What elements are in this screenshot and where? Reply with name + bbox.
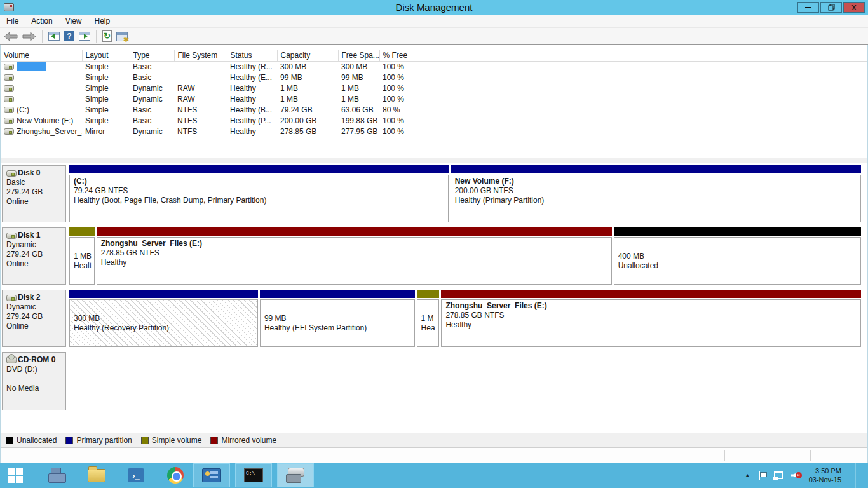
menu-action[interactable]: Action [25,15,58,27]
cdrom-drive: DVD (D:) [6,365,63,374]
partition-status: Unallocated [618,261,857,271]
back-arrow-icon[interactable] [4,32,18,41]
partition-color-bar [441,290,861,298]
statusbar-divider [724,450,725,461]
network-icon[interactable] [774,471,783,479]
partition-new-volume-f[interactable]: New Volume (F:) 200.00 GB NTFS Healthy (… [451,165,861,222]
restore-button[interactable] [820,2,842,13]
taskbar-server-manager[interactable] [44,463,70,488]
menu-bar: File Action View Help [0,15,868,28]
partition-unallocated[interactable]: 400 MB Unallocated [614,227,861,285]
cdrom-icon [6,356,17,363]
legend-bar: Unallocated Primary partition Simple vol… [1,433,867,447]
taskbar-computer-management[interactable] [193,463,230,487]
volume-muted-icon[interactable] [791,471,801,480]
col-freespace[interactable]: Free Spa... [338,50,379,61]
show-hidden-icons-button[interactable]: ▲ [745,472,750,478]
col-status[interactable]: Status [227,50,277,61]
pane-splitter[interactable] [1,158,867,163]
disk-icon [6,295,17,301]
partition-status: Healthy (EFI System Partition) [264,323,410,333]
volume-row-4[interactable]: (C:) Simple Basic NTFS Healthy (B... 79.… [1,104,867,115]
taskbar-disk-management[interactable] [277,463,314,487]
partition-color-bar [417,290,440,298]
mirrored-volume-swatch [210,437,218,444]
partition-status: Healthy [445,320,857,330]
volume-row-2[interactable]: Simple Dynamic RAW Healthy 1 MB 1 MB 100… [1,83,867,93]
disk2-info-panel[interactable]: Disk 2 Dynamic 279.24 GB Online [2,290,66,347]
show-console-tree-icon[interactable] [79,32,90,41]
partition-title: Zhongshu_Server_Files (E:) [445,301,857,311]
partition-zhongshu-mirror[interactable]: Zhongshu_Server_Files (E:) 278.85 GB NTF… [441,290,861,347]
col-volume[interactable]: Volume [1,50,82,61]
disk1-band: Disk 1 Dynamic 279.24 GB Online 1 MB Hea… [2,227,867,285]
cdrom-band: CD-ROM 0 DVD (D:) No Media [2,352,867,410]
volume-icon [4,64,14,70]
partition-c-drive[interactable]: (C:) 79.24 GB NTFS Healthy (Boot, Page F… [69,165,449,222]
partition-recovery-selected[interactable]: 300 MB Healthy (Recovery Partition) [69,290,258,347]
partition-efi-system[interactable]: 99 MB Healthy (EFI System Partition) [260,290,415,347]
disk-type: Dynamic [6,240,63,250]
clock-date: 03-Nov-15 [809,475,841,484]
col-layout[interactable]: Layout [82,50,130,61]
partition-title: New Volume (F:) [455,177,857,186]
disk-size: 279.24 GB [6,312,63,322]
taskbar-file-explorer[interactable] [84,463,109,488]
disk-type: Basic [6,178,63,187]
table-header: Volume Layout Type File System Status Ca… [1,50,867,61]
disk1-info-panel[interactable]: Disk 1 Dynamic 279.24 GB Online [2,227,66,285]
title-bar: Disk Management X [0,0,868,15]
taskbar-chrome[interactable] [163,463,188,488]
col-type[interactable]: Type [130,50,174,61]
close-button[interactable]: X [843,2,865,13]
volume-icon [4,118,14,124]
legend-mirrored-volume: Mirrored volume [210,436,276,445]
partition-status: Healthy (Recovery Partition) [74,323,254,333]
taskbar-command-prompt[interactable]: C:\_ [235,463,272,487]
action-center-flag-icon[interactable] [758,471,766,480]
partition-1mb-simple[interactable]: 1 MB Healt [69,227,95,285]
menu-help[interactable]: Help [88,15,117,27]
show-desktop-button[interactable] [855,463,859,488]
menu-view[interactable]: View [59,15,88,27]
rescan-disks-icon[interactable] [116,32,128,41]
partition-size: 79.24 GB NTFS [74,186,444,196]
console-window-icon[interactable] [48,32,60,41]
col-filler [437,50,867,61]
disk0-info-panel[interactable]: Disk 0 Basic 279.24 GB Online [2,165,66,222]
start-button[interactable] [0,463,31,488]
partition-color-bar [97,227,612,236]
partition-status: Healthy (Boot, Page File, Crash Dump, Pr… [74,196,444,205]
volume-list-pane: Volume Layout Type File System Status Ca… [1,45,867,158]
cdrom-info-panel[interactable]: CD-ROM 0 DVD (D:) No Media [2,352,66,410]
col-pctfree[interactable]: % Free [379,50,437,61]
minimize-button[interactable] [797,2,819,13]
simple-volume-swatch [141,437,149,444]
col-capacity[interactable]: Capacity [277,50,338,61]
volume-row-1[interactable]: Simple Basic Healthy (E... 99 MB 99 MB 1… [1,72,867,83]
volume-row-3[interactable]: Simple Dynamic RAW Healthy 1 MB 1 MB 100… [1,93,867,104]
volume-row-0[interactable]: Simple Basic Healthy (R... 300 MB 300 MB… [1,61,867,72]
help-icon[interactable]: ? [64,31,74,41]
partition-zhongshu-mirror[interactable]: Zhongshu_Server_Files (E:) 278.85 GB NTF… [97,227,612,285]
toolbar: ? ↻ [0,28,868,45]
statusbar-divider [810,450,811,461]
partition-size: 1 M [421,314,435,323]
volume-row-6[interactable]: Zhongshu_Server_... Mirror Dynamic NTFS … [1,126,867,137]
menu-file[interactable]: File [0,15,25,27]
restore-icon [828,4,835,11]
taskbar-powershell[interactable]: ›_ [123,463,149,488]
partition-1mb-simple[interactable]: 1 M Hea [417,290,440,347]
taskbar-clock[interactable]: 3:50 PM 03-Nov-15 [809,466,841,484]
disk0-band: Disk 0 Basic 279.24 GB Online (C:) 79.24… [2,165,867,222]
volume-row-5[interactable]: New Volume (F:) Simple Basic NTFS Health… [1,115,867,126]
forward-arrow-icon[interactable] [22,32,36,41]
clock-time: 3:50 PM [809,466,841,475]
partition-status: Hea [421,323,435,333]
screen: Disk Management X File Action View Help … [0,0,868,488]
cdrom-name: CD-ROM 0 [18,355,55,365]
col-filesystem[interactable]: File System [174,50,227,61]
minimize-icon [805,7,811,8]
disk2-band: Disk 2 Dynamic 279.24 GB Online 300 MB H… [2,290,867,347]
refresh-icon[interactable]: ↻ [102,30,112,42]
